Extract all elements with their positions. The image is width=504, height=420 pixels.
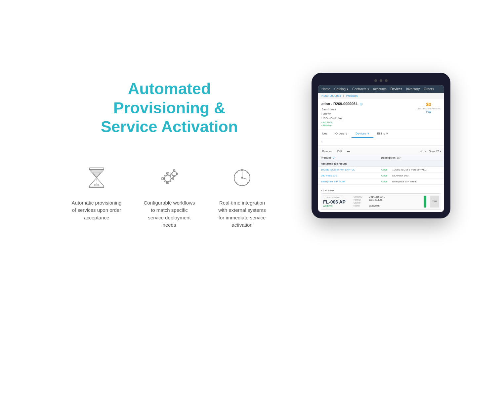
bandwidth-val: Bandwidth <box>369 205 380 207</box>
tabs-bar: ices Orders ∨ Devices ∨ Billing ∨ <box>318 130 444 138</box>
svg-point-43 <box>247 183 248 183</box>
feature-item-integration: Real-time integration with external syst… <box>216 163 269 229</box>
circuit-section: e Identifiers CIRCUIT NAME FL-006 AP ACT… <box>318 187 444 212</box>
table-row[interactable]: 10GbE iSCSI 8 Port SFP+LC Active 10GbE i… <box>318 167 444 173</box>
table-section: Remove Edit ••• < 1 > Show 25 ▾ Product … <box>318 146 444 187</box>
td-description-2: Enterprise SIP Trunk <box>392 180 441 183</box>
left-section: Automated Provisioning & Service Activat… <box>54 73 285 229</box>
device-screen: Home Catalog ▾ Contracts ▾ Accounts Devi… <box>318 85 444 212</box>
device-dot-2 <box>380 79 382 82</box>
circuit-green-bar <box>424 196 426 208</box>
td-status-2: Active <box>381 180 390 183</box>
app-nav: Home Catalog ▾ Contracts ▾ Accounts Devi… <box>318 85 444 93</box>
search-placeholder[interactable]: h <box>321 140 441 143</box>
svg-line-15 <box>164 175 165 176</box>
account-title: ation - R269-0000064 ⓘ <box>321 102 411 106</box>
th-description: Description ⊞▽ <box>381 156 441 159</box>
tab-services[interactable]: ices <box>318 130 331 138</box>
svg-line-17 <box>164 181 165 182</box>
nav-devices[interactable]: Devices <box>391 87 402 91</box>
port-id-val: 192.168.1.45 <box>369 199 382 201</box>
nav-home[interactable]: Home <box>321 87 330 91</box>
table-toolbar: Remove Edit ••• < 1 > Show 25 ▾ <box>318 148 444 155</box>
svg-rect-19 <box>167 172 169 174</box>
tab-devices[interactable]: Devices ∨ <box>352 130 373 138</box>
page-title: Automated Provisioning & Service Activat… <box>83 79 255 136</box>
th-description-label: Description <box>381 156 396 159</box>
circuit-section-label: e Identifiers <box>321 189 441 192</box>
account-name: Sam Hawa <box>321 107 411 112</box>
feature-item-provisioning: Automatic provisioning of services upon … <box>70 163 123 222</box>
svg-point-42 <box>236 172 237 173</box>
invoice-label: Last Invoice Amount <box>417 107 441 110</box>
circuit-detail-port: Port ID 192.168.1.45 <box>354 199 385 201</box>
nav-inventory[interactable]: Inventory <box>406 87 420 91</box>
edit-button[interactable]: Edit <box>336 149 343 153</box>
invoice-amount: $0 <box>417 102 441 107</box>
tab-orders[interactable]: Orders ∨ <box>331 130 352 138</box>
svg-rect-0 <box>89 168 104 170</box>
circuit-name-label: CIRCUIT NAME <box>323 196 343 199</box>
nav-contracts[interactable]: Contracts ▾ <box>352 87 369 91</box>
hourglass-icon <box>82 163 111 193</box>
feature-text-provisioning: Automatic provisioning of services upon … <box>70 199 123 222</box>
section-label-text: Recurring (14 result) <box>321 162 347 165</box>
nav-accounts[interactable]: Accounts <box>373 87 387 91</box>
td-product-0: 10GbE iSCSI 8 Port SFP+LC <box>321 168 381 171</box>
nav-orders[interactable]: Orders <box>424 87 434 91</box>
account-badge-billable: • Billable <box>321 124 411 127</box>
breadcrumb: R269-0000064 / Products <box>318 93 444 99</box>
nav-catalog[interactable]: Catalog ▾ <box>334 87 348 91</box>
td-product-1: DiD Pack 100 <box>321 174 381 177</box>
table-header: Product ▽ Description ⊞▽ <box>318 155 444 161</box>
circuit-id-val: G01415651341 <box>369 196 385 198</box>
svg-point-44 <box>236 183 237 183</box>
breadcrumb-part1[interactable]: R269-0000064 <box>321 94 341 97</box>
show-select[interactable]: Show 25 ▾ <box>429 150 441 153</box>
circuit-left: CIRCUIT NAME FL-006 AP ACTIVE <box>323 196 350 208</box>
svg-point-10 <box>164 175 171 182</box>
th-product: Product ▽ <box>321 156 381 159</box>
account-info: ation - R269-0000064 ⓘ Sam Hawa Parent: … <box>321 102 411 127</box>
th-product-label: Product <box>321 156 331 159</box>
remove-button[interactable]: Remove <box>321 149 333 153</box>
svg-point-41 <box>247 172 248 173</box>
circuit-card: CIRCUIT NAME FL-006 AP ACTIVE CircuitID … <box>321 193 441 210</box>
svg-line-18 <box>170 175 171 176</box>
account-currency: USD - End User <box>321 116 411 121</box>
port-id-label: Port ID <box>354 199 367 201</box>
device-mockup: Home Catalog ▾ Contracts ▾ Accounts Devi… <box>312 73 450 218</box>
account-title-text: ation - R269-0000064 <box>321 102 357 106</box>
bandwidth-label: Name <box>354 205 367 207</box>
svg-rect-21 <box>162 177 163 180</box>
more-button[interactable]: ••• <box>346 149 351 153</box>
circuit-name: FL-006 AP <box>323 199 346 205</box>
feature-text-integration: Real-time integration with external syst… <box>216 199 269 229</box>
tab-billing[interactable]: Billing ∨ <box>373 130 393 138</box>
invoice-pay-link[interactable]: Pay <box>417 110 441 113</box>
svg-point-7 <box>94 184 99 186</box>
circuit-details: CircuitID G01415651341 Port ID 192.168.1… <box>354 196 385 208</box>
table-row[interactable]: Enterprise SIP Trunk Active Enterprise S… <box>318 179 444 185</box>
circuit-detail-id: CircuitID G01415651341 <box>354 196 385 198</box>
sort-icon[interactable]: ⊞▽ <box>397 157 400 159</box>
filter-icon[interactable]: ▽ <box>333 157 334 159</box>
circuit-status: ACTIVE <box>323 205 333 208</box>
td-description-0: 10GbE iSCSI 8 Port SFP+LC <box>392 168 441 171</box>
breadcrumb-separator: / <box>343 94 344 97</box>
svg-line-16 <box>170 181 171 182</box>
td-status-1: Active <box>381 174 390 177</box>
feature-item-workflows: Configurable workflows to match specific… <box>143 163 196 229</box>
svg-rect-30 <box>170 173 171 174</box>
device-dot-3 <box>385 79 388 82</box>
table-section-label: Recurring (14 result) <box>318 161 444 167</box>
svg-line-35 <box>242 178 247 179</box>
pagination-text: < 1 > <box>420 150 426 153</box>
table-row[interactable]: DiD Pack 100 Active DiD Pack 100 <box>318 173 444 179</box>
td-description-1: DiD Pack 100 <box>392 174 441 177</box>
info-icon[interactable]: ⓘ <box>360 103 362 106</box>
account-section: ation - R269-0000064 ⓘ Sam Hawa Parent: … <box>318 99 444 130</box>
device-top-bar <box>318 79 444 82</box>
ter-label: TER <box>430 196 439 208</box>
breadcrumb-part2[interactable]: Products <box>346 94 358 97</box>
